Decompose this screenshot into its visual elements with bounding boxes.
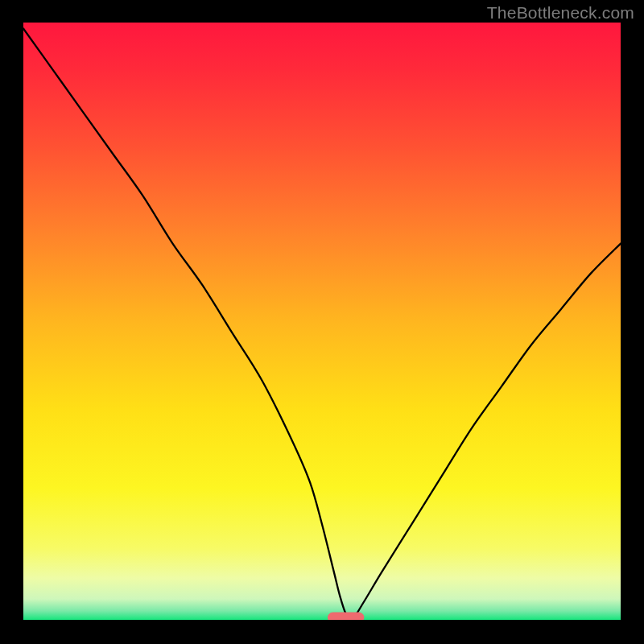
- chart-frame: TheBottleneck.com: [0, 0, 644, 644]
- bottleneck-chart: [23, 23, 621, 620]
- gradient-background: [23, 23, 621, 620]
- optimal-marker: [328, 613, 364, 620]
- watermark-text: TheBottleneck.com: [487, 3, 634, 23]
